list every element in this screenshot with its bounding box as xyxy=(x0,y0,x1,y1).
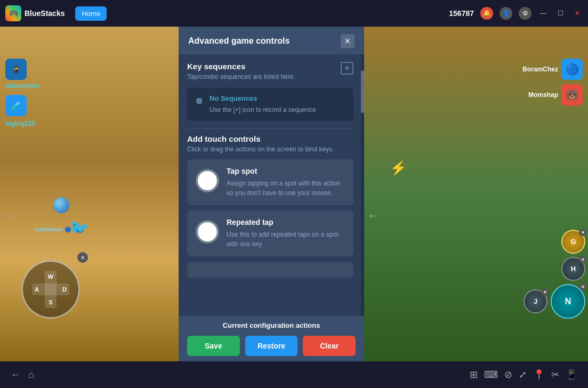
maximize-button[interactable]: ☐ xyxy=(555,8,566,19)
right-game-buttons: ✕ G ✕ H ✕ J ✕ N xyxy=(523,230,588,319)
section-divider xyxy=(187,128,353,129)
no-sequences-link[interactable]: No Sequences xyxy=(210,94,316,102)
dpad-close-icon[interactable]: ✕ xyxy=(77,252,88,263)
wasd-d: D xyxy=(62,286,67,293)
key-sequences-desc: Tap/combo sequences are listed here. xyxy=(187,73,295,80)
repeated-tap-card[interactable]: Repeated tap Use this to add repeated ta… xyxy=(187,211,353,256)
repeated-tap-icon xyxy=(196,220,219,244)
wasd-a: A xyxy=(35,286,39,293)
app-close-button[interactable]: ✕ xyxy=(572,8,583,19)
game-btn-g[interactable]: ✕ G xyxy=(561,230,585,254)
location-icon[interactable]: 📍 xyxy=(533,369,545,381)
game-btn-j[interactable]: ✕ J xyxy=(523,289,547,313)
back-icon[interactable]: ← xyxy=(11,369,20,381)
tap-spot-content: Tap spot Assign tapping on a spot with t… xyxy=(227,167,345,198)
app-title: BlueStacks xyxy=(25,9,65,18)
repeated-tap-content: Repeated tap Use this to add repeated ta… xyxy=(227,218,345,249)
right-avatar-2: 🐻 xyxy=(561,84,583,106)
scissors-icon[interactable]: ✂ xyxy=(551,369,559,381)
right-player-1: BoramChez 🔵 xyxy=(522,59,583,80)
restore-button[interactable]: Restore xyxy=(245,336,298,356)
right-player-2: Momshap 🐻 xyxy=(522,84,583,106)
dpad-cross: W A S D xyxy=(32,271,69,308)
outanames-tag: outanames 🔵 xyxy=(35,227,71,232)
advanced-controls-panel: Advanced game controls ✕ Key sequences T… xyxy=(179,27,364,361)
bell-icon[interactable]: 🔔 xyxy=(480,7,493,20)
panel-scroll-area: Key sequences Tap/combo sequences are li… xyxy=(179,54,364,316)
bottom-bar: ← ⌂ ⊞ ⌨ ⊘ ⤢ 📍 ✂ 📱 xyxy=(0,361,588,388)
arrow-left-icon: ← xyxy=(5,208,18,223)
panel-header: Advanced game controls ✕ xyxy=(179,27,364,54)
right-game-panel: BoramChez 🔵 Momshap 🐻 ← ⚡ ✕ G ✕ H ✕ xyxy=(361,27,588,361)
dpad[interactable]: ✕ W A S D xyxy=(21,260,80,319)
touch-controls-title: Add touch controls xyxy=(187,134,353,143)
top-bar-right: 156787 🔔 👤 ⚙ — ☐ ✕ xyxy=(449,7,583,20)
home-button[interactable]: Home xyxy=(75,6,107,21)
panel-close-button[interactable]: ✕ xyxy=(341,34,355,48)
device-icon[interactable]: 📱 xyxy=(566,369,577,381)
profile-icon[interactable]: 👤 xyxy=(500,7,512,20)
btn-row-1: ✕ G xyxy=(561,230,585,254)
game-btn-n[interactable]: ✕ N xyxy=(551,284,585,319)
btn-row-2: ✕ H xyxy=(561,257,585,281)
right-player-2-name: Momshap xyxy=(528,91,558,99)
left-player-names: 🥷 outanames 🧪 bigbig222 xyxy=(5,59,39,128)
repeated-tap-icon-inner xyxy=(198,222,217,241)
tap-spot-title: Tap spot xyxy=(227,167,345,175)
config-label: Current configuration actions xyxy=(187,321,356,329)
right-avatar-1: 🔵 xyxy=(561,59,583,80)
btn-row-3: ✕ J ✕ N xyxy=(523,284,585,319)
player-name-1: 🥷 outanames xyxy=(5,59,39,90)
panel-content: Key sequences Tap/combo sequences are li… xyxy=(179,54,364,316)
no-sequences-box: ⏺ No Sequences Use the [+] icon to recor… xyxy=(187,88,353,121)
player-name-2: bigbig222 xyxy=(5,120,35,127)
keyboard-icon[interactable]: ⌨ xyxy=(484,369,498,381)
partial-card xyxy=(187,262,353,278)
key-sequences-title-wrap: Key sequences Tap/combo sequences are li… xyxy=(187,62,295,86)
settings-icon[interactable]: ⚙ xyxy=(519,7,531,20)
btn-g-close[interactable]: ✕ xyxy=(579,229,586,236)
btn-n-close[interactable]: ✕ xyxy=(579,283,586,290)
footer-buttons: Save Restore Clear xyxy=(187,336,356,356)
tap-spot-card[interactable]: Tap spot Assign tapping on a spot with t… xyxy=(187,159,353,205)
key-sequences-section: Key sequences Tap/combo sequences are li… xyxy=(187,62,353,86)
touch-controls-desc: Click or drag the actions on the screen … xyxy=(187,146,353,153)
expand-icon[interactable]: ⤢ xyxy=(519,369,527,381)
clear-button[interactable]: Clear xyxy=(303,336,356,356)
player-2-section: 🧪 bigbig222 xyxy=(5,95,39,128)
left-game-panel: 🥷 outanames 🧪 bigbig222 ← outanames 🔵 🐦 … xyxy=(0,27,179,361)
app-logo: 🎮 BlueStacks xyxy=(5,5,65,21)
key-sequences-title: Key sequences xyxy=(187,62,295,71)
tap-spot-desc: Assign tapping on a spot with this actio… xyxy=(227,179,345,198)
player2-avatar: 🧪 xyxy=(5,95,27,116)
no-sequences-text: Use the [+] icon to record a sequence xyxy=(210,106,316,114)
bottom-left-icons: ← ⌂ xyxy=(11,369,34,381)
score-number: 156787 xyxy=(449,9,474,18)
add-sequence-button[interactable]: + xyxy=(341,62,353,75)
panel-title: Advanced game controls xyxy=(188,36,289,46)
right-player-badges: BoramChez 🔵 Momshap 🐻 xyxy=(522,59,583,106)
no-sequences-content: No Sequences Use the [+] icon to record … xyxy=(210,94,316,115)
block-icon[interactable]: ⊘ xyxy=(504,369,512,381)
dpad-container: ✕ W A S D xyxy=(21,260,80,319)
grid-icon[interactable]: ⊞ xyxy=(470,369,478,381)
tap-spot-icon xyxy=(196,169,219,192)
right-player-1-name: BoramChez xyxy=(522,66,558,73)
scrollbar-thumb[interactable] xyxy=(361,70,364,113)
repeated-tap-desc: Use this to add repeated taps on a spot … xyxy=(227,230,345,249)
character-bird: 🐦 xyxy=(69,219,89,237)
btn-h-close[interactable]: ✕ xyxy=(579,256,586,263)
bottom-right-icons: ⊞ ⌨ ⊘ ⤢ 📍 ✂ 📱 xyxy=(470,369,577,381)
top-bar: 🎮 BlueStacks Home 156787 🔔 👤 ⚙ — ☐ ✕ xyxy=(0,0,588,27)
minimize-button[interactable]: — xyxy=(538,8,549,19)
scrollbar-track[interactable] xyxy=(361,54,364,316)
panel-footer: Current configuration actions Save Resto… xyxy=(179,316,364,361)
save-button[interactable]: Save xyxy=(187,336,240,356)
home-icon[interactable]: ⌂ xyxy=(28,369,34,381)
logo-icon: 🎮 xyxy=(5,5,21,21)
game-btn-h[interactable]: ✕ H xyxy=(561,257,585,281)
btn-j-close[interactable]: ✕ xyxy=(541,288,549,296)
repeated-tap-title: Repeated tap xyxy=(227,218,345,227)
lightning-icon: ⚡ xyxy=(390,160,407,176)
sequence-record-icon: ⏺ xyxy=(195,95,204,107)
